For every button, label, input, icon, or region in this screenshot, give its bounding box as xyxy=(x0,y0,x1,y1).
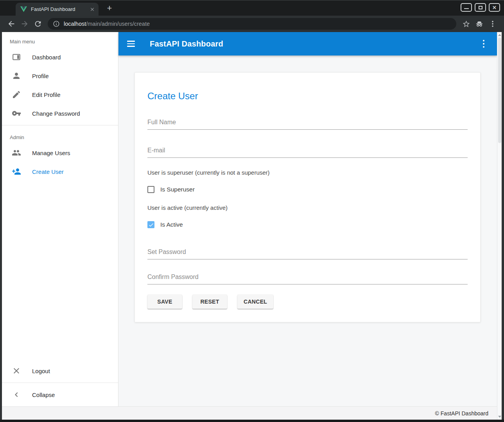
cancel-button[interactable]: CANCEL xyxy=(237,295,273,309)
url-text: localhost/main/admin/users/create xyxy=(64,21,150,27)
is-active-row[interactable]: Is Active xyxy=(147,221,468,228)
is-active-label: Is Active xyxy=(160,221,183,228)
scrollbar-down-arrow-icon[interactable] xyxy=(498,416,501,418)
window-minimize-button[interactable] xyxy=(461,3,472,12)
window-frame-right xyxy=(502,32,504,420)
person-add-icon xyxy=(12,167,21,176)
browser-window: FastAPI Dashboard + ✕ localhost/main/adm… xyxy=(0,0,504,422)
page: Main menu Dashboard Profile xyxy=(2,32,502,420)
sidebar-item-label: Change Password xyxy=(32,110,80,117)
tab-close-icon[interactable] xyxy=(89,6,95,13)
chevron-left-icon xyxy=(12,390,21,399)
person-icon xyxy=(12,71,21,80)
key-icon xyxy=(12,109,21,118)
sidebar-item-edit-profile[interactable]: Edit Profile xyxy=(2,85,118,104)
is-superuser-row[interactable]: Is Superuser xyxy=(147,186,468,193)
is-active-checkbox[interactable] xyxy=(147,221,154,228)
browser-toolbar: localhost/main/admin/users/create xyxy=(0,16,504,32)
people-icon xyxy=(12,148,21,157)
page-viewport: Main menu Dashboard Profile xyxy=(0,32,504,420)
page-title: Create User xyxy=(147,91,468,102)
full-name-field-wrap xyxy=(147,116,468,130)
footer-copyright: © FastAPI Dashboard xyxy=(435,410,488,417)
pencil-icon xyxy=(12,90,21,99)
url-path: /main/admin/users/create xyxy=(86,21,150,27)
sidebar-divider xyxy=(2,125,118,125)
sidebar-item-manage-users[interactable]: Manage Users xyxy=(2,143,118,162)
sidebar: Main menu Dashboard Profile xyxy=(2,32,118,420)
set-password-field-wrap xyxy=(147,246,468,259)
sidebar-item-label: Dashboard xyxy=(32,54,61,61)
close-icon xyxy=(12,366,21,376)
browser-menu-icon[interactable] xyxy=(486,17,499,30)
bookmark-star-icon[interactable] xyxy=(459,17,473,30)
sidebar-spacer xyxy=(2,181,118,361)
sidebar-section-admin: Admin xyxy=(2,128,118,143)
sidebar-item-logout[interactable]: Logout xyxy=(2,361,118,380)
browser-scrollbar[interactable] xyxy=(497,32,502,420)
reset-button[interactable]: RESET xyxy=(192,295,227,309)
scrollbar-thumb[interactable] xyxy=(498,38,501,143)
browser-tab[interactable]: FastAPI Dashboard xyxy=(16,3,99,16)
confirm-password-field-wrap xyxy=(147,271,468,284)
confirm-password-input[interactable] xyxy=(147,271,468,284)
url-host: localhost xyxy=(64,21,86,27)
window-controls: ✕ xyxy=(461,3,500,12)
active-note: User is active (currently active) xyxy=(147,204,468,211)
address-bar[interactable]: localhost/main/admin/users/create xyxy=(48,18,456,30)
main-content: Create User User is superuser (currently… xyxy=(118,55,497,420)
full-name-input[interactable] xyxy=(147,116,468,130)
sidebar-item-profile[interactable]: Profile xyxy=(2,66,118,85)
window-frame-bottom xyxy=(0,420,504,422)
reload-button[interactable] xyxy=(31,17,45,30)
set-password-input[interactable] xyxy=(147,246,468,259)
email-field-wrap xyxy=(147,145,468,158)
site-info-icon[interactable] xyxy=(53,20,60,27)
vue-logo-icon xyxy=(20,6,27,12)
form-buttons: SAVE RESET CANCEL xyxy=(147,295,468,309)
window-close-button[interactable]: ✕ xyxy=(489,3,500,12)
tab-title: FastAPI Dashboard xyxy=(31,6,89,12)
incognito-icon xyxy=(473,17,486,30)
dashboard-icon xyxy=(12,52,21,62)
forward-button[interactable] xyxy=(18,17,31,30)
sidebar-divider xyxy=(2,383,118,383)
is-superuser-checkbox[interactable] xyxy=(147,186,154,193)
is-superuser-label: Is Superuser xyxy=(160,186,195,193)
scrollbar-up-arrow-icon[interactable] xyxy=(498,34,501,36)
back-button[interactable] xyxy=(5,17,18,30)
app-bar-menu-icon[interactable] xyxy=(479,39,488,48)
sidebar-item-create-user[interactable]: Create User xyxy=(2,162,118,181)
sidebar-item-label: Manage Users xyxy=(32,150,70,156)
create-user-card: Create User User is superuser (currently… xyxy=(135,72,481,322)
email-input[interactable] xyxy=(147,145,468,158)
window-maximize-button[interactable] xyxy=(475,3,486,12)
sidebar-item-label: Logout xyxy=(32,368,50,374)
sidebar-item-change-password[interactable]: Change Password xyxy=(2,104,118,123)
app-bar-title: FastAPI Dashboard xyxy=(150,39,223,48)
save-button[interactable]: SAVE xyxy=(147,295,182,309)
sidebar-item-label: Profile xyxy=(32,73,49,79)
sidebar-item-label: Edit Profile xyxy=(32,91,61,98)
page-footer: © FastAPI Dashboard xyxy=(2,406,497,420)
sidebar-item-label: Create User xyxy=(32,168,64,175)
sidebar-item-dashboard[interactable]: Dashboard xyxy=(2,48,118,66)
browser-tab-strip: FastAPI Dashboard + ✕ xyxy=(0,0,504,16)
new-tab-button[interactable]: + xyxy=(105,4,114,13)
superuser-note: User is superuser (currently is not a su… xyxy=(147,169,468,176)
sidebar-section-main-menu: Main menu xyxy=(2,32,118,48)
sidebar-item-label: Collapse xyxy=(32,392,55,398)
main-area: FastAPI Dashboard Create User User is s xyxy=(118,32,497,420)
sidebar-item-collapse[interactable]: Collapse xyxy=(2,385,118,404)
hamburger-menu-icon[interactable] xyxy=(127,39,136,48)
app-bar: FastAPI Dashboard xyxy=(118,32,497,55)
